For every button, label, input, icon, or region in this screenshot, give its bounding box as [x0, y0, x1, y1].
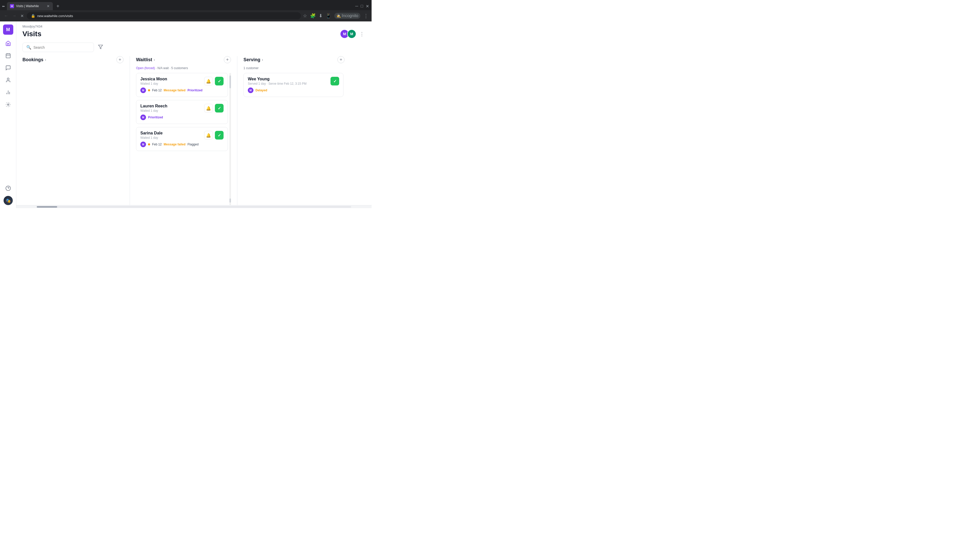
sarina-check-btn[interactable]: ✓ [215, 131, 224, 140]
scrollbar-track [37, 206, 351, 208]
waitlist-cards: Jessica Moon Waited 1 day 🔔 ✓ M [136, 73, 229, 205]
filter-btn[interactable] [97, 43, 104, 52]
waitlist-column: Waitlist › + Open (forced) · N/A wait · … [130, 56, 237, 205]
card-info-sarina: Sarina Dale Waited 1 day [140, 131, 204, 140]
serving-chevron: › [262, 58, 263, 62]
serving-add-btn[interactable]: + [337, 56, 345, 63]
waitlist-card-jessica[interactable]: Jessica Moon Waited 1 day 🔔 ✓ M [136, 73, 228, 97]
waitlist-card-lauren[interactable]: Lauren Reech Waited 1 day 🔔 ✓ M [136, 100, 228, 124]
tab-favicon: W [10, 4, 14, 8]
close-btn[interactable]: ✕ [366, 4, 369, 9]
user-avatar[interactable]: 🎭 [3, 196, 13, 205]
card-info-wee: Wee Young Served 1 day · Serve time Feb … [248, 77, 331, 86]
back-btn[interactable]: ← [3, 13, 9, 19]
page-menu-dots[interactable]: ⋮ [358, 30, 366, 38]
jessica-card-bottom: M Feb 12 Message failed Prioritized [140, 87, 224, 93]
waitlist-scrollbar[interactable] [229, 73, 231, 205]
bookings-add-btn[interactable]: + [116, 56, 124, 63]
scrollbar-thumb-bottom [229, 198, 231, 203]
active-tab[interactable]: W Visits | Waitwhile ✕ [7, 2, 53, 10]
sidebar-item-users[interactable] [3, 75, 14, 86]
bookings-title[interactable]: Bookings [22, 57, 43, 62]
sarina-bell-btn[interactable]: 🔔 [204, 131, 213, 140]
sarina-message-failed: Message failed [164, 142, 185, 147]
card-top-sarina: Sarina Dale Waited 1 day 🔔 ✓ [140, 131, 224, 140]
bookmark-icon[interactable]: ☆ [303, 13, 307, 19]
sarina-waited: Waited 1 day [140, 136, 204, 140]
sidebar-item-chat[interactable] [3, 62, 14, 73]
bookings-column: Bookings › + [22, 56, 130, 205]
avatar-group: M M [340, 29, 356, 38]
serving-title[interactable]: Serving [243, 57, 260, 62]
tab-bar: ⬅ W Visits | Waitwhile ✕ + ─ □ ✕ [0, 0, 372, 10]
incognito-badge: 🕵 Incognito [334, 13, 360, 19]
address-bar[interactable]: 🔒 new.waitwhile.com/visits [27, 12, 301, 19]
lauren-check-btn[interactable]: ✓ [215, 104, 224, 113]
download-icon[interactable]: ⬇ [319, 13, 323, 19]
maximize-btn[interactable]: □ [361, 4, 363, 9]
jessica-date: Feb 12 [152, 88, 162, 93]
wee-name: Wee Young [248, 77, 331, 81]
jessica-avatar: M [140, 87, 146, 93]
wee-check-btn[interactable]: ✓ [331, 77, 339, 86]
chrome-menu-icon[interactable]: ⋮ [363, 13, 369, 19]
card-top-lauren: Lauren Reech Waited 1 day 🔔 ✓ [140, 104, 224, 113]
bottom-scrollbar[interactable] [16, 205, 372, 208]
search-icon: 🔍 [26, 45, 32, 50]
extensions-icon[interactable]: 🧩 [310, 13, 316, 19]
waitlist-title[interactable]: Waitlist [136, 57, 152, 62]
sidebar-item-calendar[interactable] [3, 50, 14, 61]
jessica-bell-btn[interactable]: 🔔 [204, 77, 213, 86]
browser-chrome: ⬅ W Visits | Waitwhile ✕ + ─ □ ✕ ← → ✕ 🔒… [0, 0, 372, 21]
sidebar-item-help[interactable] [3, 183, 14, 194]
serving-customer-count: 1 customer [243, 66, 259, 70]
sarina-actions: 🔔 ✓ [204, 131, 224, 140]
wee-avatar: M [248, 87, 253, 93]
tab-close-btn[interactable]: ✕ [47, 4, 50, 8]
tab-back-icon[interactable]: ⬅ [2, 4, 5, 8]
search-row: 🔍 [16, 43, 372, 56]
avatar-green[interactable]: M [347, 29, 356, 38]
incognito-icon: 🕵 [336, 14, 341, 18]
users-icon [5, 77, 11, 83]
sarina-card-bottom: M Feb 12 Message failed Flagged [140, 141, 224, 147]
svg-point-8 [7, 104, 9, 105]
waitlist-add-btn[interactable]: + [224, 56, 231, 63]
reload-btn[interactable]: ✕ [19, 13, 25, 19]
forward-btn[interactable]: → [11, 13, 18, 19]
app-container: M [0, 21, 372, 208]
jessica-actions: 🔔 ✓ [204, 77, 224, 86]
lauren-actions: 🔔 ✓ [204, 104, 224, 113]
svg-rect-0 [6, 54, 10, 58]
bookings-cards [22, 66, 124, 205]
page-title-right: M M ⋮ [340, 29, 366, 38]
lauren-name: Lauren Reech [140, 104, 204, 108]
device-icon[interactable]: 📱 [326, 13, 331, 19]
serving-title-area: Serving › [243, 57, 263, 62]
serving-card-wee[interactable]: Wee Young Served 1 day · Serve time Feb … [243, 73, 344, 97]
jessica-tag-dot [148, 89, 150, 91]
lock-icon: 🔒 [31, 14, 35, 18]
search-box[interactable]: 🔍 [22, 43, 94, 52]
incognito-label: Incognito [342, 14, 358, 18]
wee-served: Served 1 day · Serve time Feb 12, 3:15 P… [248, 82, 331, 86]
waitlist-card-sarina[interactable]: Sarina Dale Waited 1 day 🔔 ✓ M [136, 127, 228, 151]
sarina-name: Sarina Dale [140, 131, 204, 135]
bookings-column-header: Bookings › + [22, 56, 124, 63]
minimize-btn[interactable]: ─ [355, 4, 358, 9]
sidebar-item-home[interactable] [3, 38, 14, 49]
home-icon [5, 41, 11, 46]
waitlist-chevron: › [154, 58, 155, 62]
serving-column: Serving › + 1 customer Wee Young Serve [237, 56, 345, 205]
chat-icon [5, 65, 11, 71]
sidebar-item-integrations[interactable] [3, 99, 14, 110]
page-title: Visits [22, 30, 41, 38]
kanban-area: Bookings › + Waitlist › + [16, 56, 372, 205]
scrollbar-track [229, 73, 231, 205]
sidebar-logo[interactable]: M [3, 24, 13, 35]
lauren-bell-btn[interactable]: 🔔 [204, 104, 213, 113]
search-input[interactable] [33, 45, 90, 49]
jessica-check-btn[interactable]: ✓ [215, 77, 224, 86]
sidebar-item-analytics[interactable] [3, 87, 14, 98]
new-tab-btn[interactable]: + [54, 3, 62, 9]
